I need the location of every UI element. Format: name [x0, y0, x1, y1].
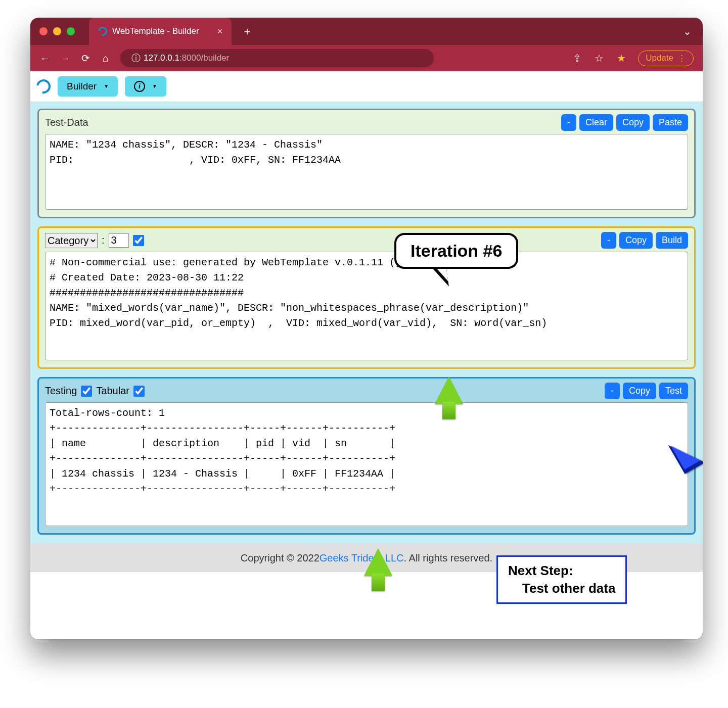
window-controls: [39, 27, 75, 35]
reload-button[interactable]: ⟳: [80, 52, 91, 64]
home-button[interactable]: ⌂: [100, 53, 111, 64]
maximize-window-button[interactable]: [67, 27, 75, 35]
site-favicon-icon: [96, 25, 109, 37]
panel-test-data: Test-Data - Clear Copy Paste: [37, 109, 696, 218]
browser-window: WebTemplate - Builder × ＋ ⌄ ← → ⟳ ⌂ ⓘ 12…: [30, 18, 703, 639]
tab-title: WebTemplate - Builder: [112, 26, 199, 36]
test-data-textarea[interactable]: [45, 134, 688, 210]
test-button[interactable]: Test: [659, 383, 688, 399]
next-step-body: Test other data: [508, 580, 615, 597]
bookmark-filled-icon[interactable]: ★: [616, 52, 627, 64]
panel-testing: Testing Tabular - Copy Test: [37, 377, 696, 535]
info-menu-button[interactable]: i: [125, 76, 166, 97]
share-icon[interactable]: ⇪: [571, 52, 582, 64]
separator-label: :: [102, 234, 105, 246]
annotation-arrow-icon: [435, 376, 463, 404]
app-logo-icon: [34, 76, 54, 96]
annotation-arrow-icon: [364, 548, 392, 576]
copy-button[interactable]: Copy: [623, 383, 656, 399]
clear-button[interactable]: Clear: [579, 114, 613, 131]
testing-output-textarea[interactable]: [45, 402, 688, 526]
url-path: :8000/builder: [179, 53, 229, 63]
panel-test-data-title: Test-Data: [45, 117, 88, 128]
tab-strip: WebTemplate - Builder × ＋ ⌄: [30, 18, 703, 45]
tabular-checkbox[interactable]: [133, 386, 145, 397]
new-tab-button[interactable]: ＋: [242, 24, 253, 39]
builder-menu-label: Builder: [67, 81, 97, 92]
url-host: 127.0.0.1: [144, 53, 179, 63]
copy-button[interactable]: Copy: [616, 114, 650, 131]
tabs-overflow-icon[interactable]: ⌄: [683, 25, 692, 37]
close-window-button[interactable]: [39, 27, 48, 35]
panel-testing-title: Testing: [45, 385, 77, 397]
template-textarea[interactable]: [45, 252, 688, 360]
stage: Test-Data - Clear Copy Paste Category: [30, 102, 703, 544]
bookmark-outline-icon[interactable]: ☆: [594, 52, 605, 64]
minimize-window-button[interactable]: [53, 27, 61, 35]
testing-checkbox[interactable]: [81, 386, 92, 397]
site-info-icon[interactable]: ⓘ: [131, 52, 141, 64]
url-bar: ← → ⟳ ⌂ ⓘ 127.0.0.1:8000/builder ⇪ ☆ ★ U…: [30, 45, 703, 71]
kebab-icon: ⋮: [677, 53, 686, 64]
browser-tab[interactable]: WebTemplate - Builder ×: [89, 18, 232, 45]
update-button[interactable]: Update ⋮: [638, 51, 694, 66]
template-checkbox[interactable]: [133, 235, 144, 246]
category-number-input[interactable]: [109, 233, 129, 248]
back-button[interactable]: ←: [39, 53, 51, 64]
tab-close-icon[interactable]: ×: [217, 26, 223, 37]
panel-template: Category : - Copy Build: [37, 226, 696, 369]
paste-button[interactable]: Paste: [653, 114, 688, 131]
builder-menu-button[interactable]: Builder: [58, 76, 118, 97]
tabular-label: Tabular: [96, 385, 129, 397]
collapse-button[interactable]: -: [605, 383, 620, 399]
address-bar[interactable]: ⓘ 127.0.0.1:8000/builder: [120, 49, 434, 67]
collapse-button[interactable]: -: [561, 114, 576, 131]
info-icon: i: [134, 81, 145, 92]
app-toolbar: Builder i: [30, 71, 703, 102]
footer-suffix: . All rights reserved.: [404, 552, 493, 564]
forward-button[interactable]: →: [60, 53, 71, 64]
footer-prefix: Copyright © 2022: [241, 552, 320, 564]
collapse-button[interactable]: -: [601, 232, 616, 249]
build-button[interactable]: Build: [656, 232, 688, 249]
annotation-next-step: Next Step: Test other data: [496, 555, 627, 604]
copy-button[interactable]: Copy: [619, 232, 653, 249]
next-step-title: Next Step:: [508, 563, 573, 578]
category-select[interactable]: Category: [45, 233, 98, 248]
annotation-iteration-bubble: Iteration #6: [394, 233, 518, 269]
update-label: Update: [646, 53, 673, 63]
